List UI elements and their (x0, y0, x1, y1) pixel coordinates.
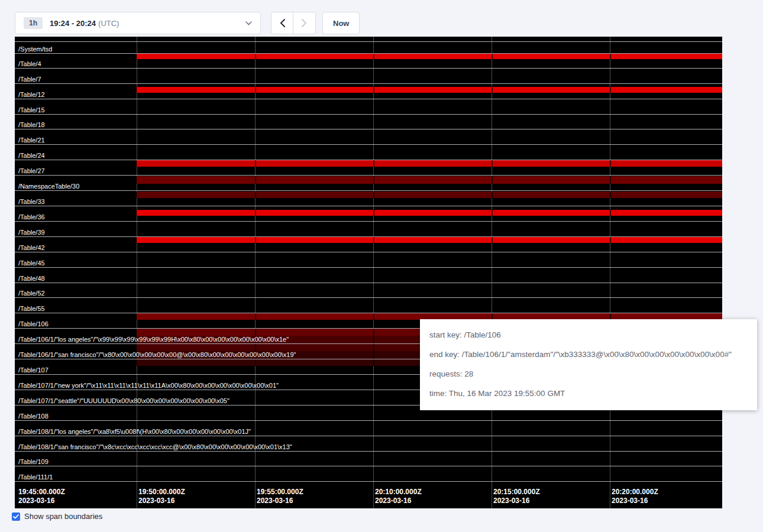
span-label: /Table/33 (18, 198, 45, 206)
time-zone-label: (UTC) (98, 19, 119, 28)
bucket-gap (255, 176, 256, 184)
time-axis-label: 20:10:00.000Z2023-03-16 (375, 488, 422, 505)
time-axis-label: 20:15:00.000Z2023-03-16 (493, 488, 540, 505)
bucket-gap (255, 160, 256, 167)
span-label: /Table/18 (18, 121, 45, 129)
span-label: /Table/55 (18, 305, 45, 313)
bucket-gap (610, 192, 611, 198)
bucket-gap (610, 210, 611, 216)
span-label: /Table/107/1/"new york"/"\x11\x11\x11\x1… (18, 382, 279, 390)
span-boundary-line (15, 267, 722, 268)
time-gridline (373, 37, 374, 508)
time-axis-label: 19:45:00.000Z2023-03-16 (18, 488, 65, 505)
heat-band (137, 54, 722, 59)
bucket-gap (373, 176, 374, 184)
span-boundary-line (15, 221, 722, 222)
tooltip-requests: requests: 28 (429, 369, 748, 379)
bucket-gap (255, 237, 256, 243)
bucket-gap (492, 176, 493, 184)
span-label: /Table/27 (18, 167, 45, 175)
time-axis-label: 19:55:00.000Z2023-03-16 (257, 488, 303, 505)
span-label: /Table/7 (18, 76, 41, 83)
bucket-gap (373, 313, 374, 320)
bucket-gap (373, 54, 374, 59)
span-label: /Table/106 (18, 320, 49, 328)
bucket-gap (373, 237, 374, 243)
span-boundary-line (15, 68, 722, 69)
span-label: /Table/107 (18, 366, 49, 374)
heat-band (137, 210, 722, 216)
chevron-left-icon (280, 19, 285, 27)
bucket-gap (492, 87, 493, 93)
span-boundary-line (15, 236, 722, 237)
span-boundary-line (15, 175, 722, 176)
tooltip-start-key: start key: /Table/106 (429, 330, 748, 340)
heat-band (137, 192, 722, 198)
time-range-picker[interactable]: 1h 19:24 - 20:24(UTC) (15, 12, 261, 34)
bucket-gap (255, 87, 256, 93)
span-label: /Table/24 (18, 152, 45, 160)
heat-band (137, 87, 722, 93)
bucket-gap (255, 192, 256, 198)
bucket-gap (373, 210, 374, 216)
show-span-boundaries-checkbox[interactable] (12, 512, 20, 521)
span-boundary-line (15, 41, 722, 42)
bucket-gap (610, 54, 611, 59)
now-button[interactable]: Now (322, 12, 360, 34)
time-range-value: 19:24 - 20:24 (50, 19, 96, 28)
span-label: /Table/48 (18, 275, 45, 283)
span-label: /Table/52 (18, 290, 45, 297)
time-gridline (492, 37, 492, 508)
tooltip-end-key: end key: /Table/106/1/"amsterdam"/"\xb33… (429, 349, 748, 360)
checkmark-icon (13, 514, 19, 519)
duration-badge: 1h (24, 17, 43, 29)
span-boundary-line (15, 297, 722, 298)
span-label: /Table/36 (18, 213, 45, 221)
show-span-boundaries-label: Show span boundaries (24, 512, 102, 521)
span-label: /Table/108 (18, 413, 49, 420)
span-boundary-line (15, 252, 722, 252)
span-boundary-line (15, 451, 722, 452)
span-boundary-line (15, 420, 722, 421)
hover-tooltip: start key: /Table/106 end key: /Table/10… (420, 319, 757, 410)
span-boundary-line (15, 53, 722, 54)
prev-range-button[interactable] (271, 12, 293, 34)
span-boundary-line (15, 283, 722, 283)
span-boundary-line (15, 436, 722, 436)
time-range-label: 19:24 - 20:24(UTC) (50, 19, 119, 28)
span-label: /Table/107/1/"seattle"/"UUUUUUD\x00\x80\… (18, 397, 229, 405)
span-boundary-line (15, 466, 722, 466)
bucket-gap (492, 192, 493, 198)
chevron-right-icon (302, 19, 307, 27)
span-boundary-line (15, 313, 722, 313)
key-visualizer-canvas[interactable]: /System/tsd/Table/4/Table/7/Table/12/Tab… (15, 37, 722, 508)
span-label: /Table/39 (18, 229, 45, 236)
heat-band (137, 176, 722, 184)
tooltip-time: time: Thu, 16 Mar 2023 19:55:00 GMT (429, 388, 748, 399)
span-label: /System/tsd (18, 46, 52, 53)
bucket-gap (373, 87, 374, 93)
next-range-button[interactable] (293, 12, 316, 34)
bucket-gap (255, 210, 256, 216)
span-boundary-line (15, 206, 722, 206)
span-label: /Table/21 (18, 137, 45, 144)
span-label: /Table/106/1/"san francisco"/"\x80\x00\x… (18, 351, 296, 359)
span-boundary-line (15, 114, 722, 115)
span-label: /NamespaceTable/30 (18, 183, 79, 190)
span-label: /Table/42 (18, 244, 45, 252)
heat-band (137, 237, 722, 243)
bucket-gap (255, 313, 256, 320)
bucket-gap (610, 176, 611, 184)
span-label: /Table/111/1 (18, 473, 53, 481)
bucket-gap (492, 54, 493, 59)
heat-band (137, 160, 722, 167)
span-label: /Table/4 (18, 60, 41, 68)
key-visualizer-page: 1h 19:24 - 20:24(UTC) Now /System/tsd/Ta… (0, 0, 763, 532)
show-span-boundaries-control[interactable]: Show span boundaries (12, 512, 102, 521)
span-label: /Table/106/1/"los angeles"/"\x99\x99\x99… (18, 336, 289, 343)
time-axis-label: 20:20:00.000Z2023-03-16 (612, 488, 658, 505)
span-boundary-line (15, 83, 722, 84)
range-nav-group (271, 12, 316, 34)
span-label: /Table/12 (18, 91, 45, 99)
span-label: /Table/108/1/"los angeles"/"\xa8\xf5\u00… (18, 428, 251, 436)
